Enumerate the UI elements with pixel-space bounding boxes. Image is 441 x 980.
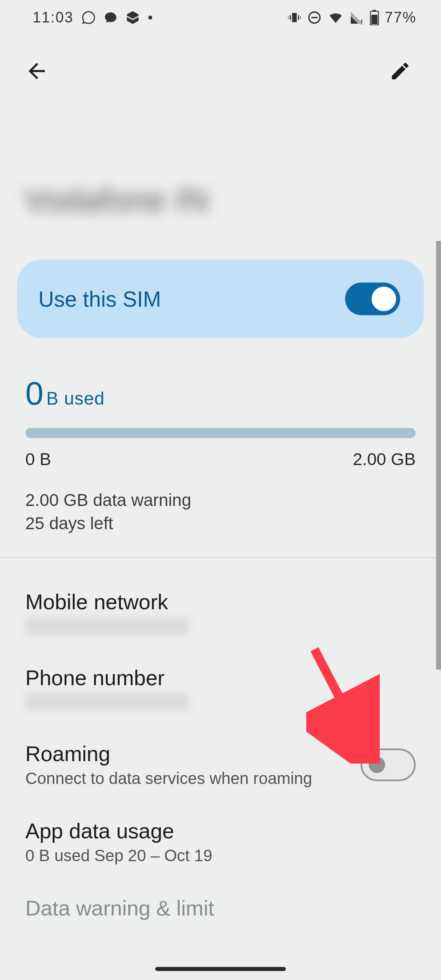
data-warning-text: 2.00 GB data warning <box>25 489 416 512</box>
mobile-network-row[interactable]: Mobile network <box>17 577 424 653</box>
vibrate-icon <box>287 11 301 24</box>
use-this-sim-toggle[interactable] <box>345 283 400 315</box>
arrow-left-icon <box>24 59 49 83</box>
svg-text:!: ! <box>361 18 364 25</box>
roaming-row[interactable]: Roaming Connect to data services when ro… <box>17 729 424 806</box>
whatsapp-icon <box>81 10 96 25</box>
chat-icon <box>104 11 118 24</box>
phone-number-title: Phone number <box>25 666 416 690</box>
use-this-sim-row[interactable]: Use this SIM <box>17 260 424 338</box>
status-bar-left: 11:03 <box>33 9 153 26</box>
battery-icon <box>370 10 379 25</box>
pencil-icon <box>389 60 411 82</box>
data-used: 0 B used <box>25 375 416 412</box>
data-usage-section[interactable]: 0 B used 0 B 2.00 GB 2.00 GB data warnin… <box>17 375 424 535</box>
svg-rect-5 <box>373 10 376 11</box>
use-this-sim-label: Use this SIM <box>38 287 161 312</box>
data-usage-labels: 0 B 2.00 GB <box>25 450 416 469</box>
app-data-usage-row[interactable]: App data usage 0 B used Sep 20 – Oct 19 <box>17 806 424 884</box>
box-icon <box>125 10 140 25</box>
svg-rect-6 <box>371 15 378 24</box>
toggle-knob <box>369 757 385 773</box>
days-left-text: 25 days left <box>25 512 416 535</box>
data-used-value: 0 <box>25 375 43 412</box>
back-button[interactable] <box>16 51 57 91</box>
mobile-network-sub <box>25 617 189 635</box>
toggle-knob <box>372 287 396 311</box>
roaming-toggle[interactable] <box>361 748 416 781</box>
signal-icon: ! <box>350 10 364 25</box>
dot-icon <box>148 15 153 20</box>
data-used-unit: B used <box>47 388 105 409</box>
app-data-usage-sub: 0 B used Sep 20 – Oct 19 <box>25 846 416 865</box>
status-bar: 11:03 ! 77% <box>0 0 441 34</box>
data-warning-limit-row[interactable]: Data warning & limit <box>17 884 424 942</box>
carrier-name: Vodafone IN <box>24 181 416 219</box>
data-min-label: 0 B <box>25 450 51 469</box>
divider <box>0 557 441 558</box>
status-bar-right: ! 77% <box>287 9 416 26</box>
edit-button[interactable] <box>380 51 421 91</box>
roaming-sub: Connect to data services when roaming <box>25 769 361 788</box>
nav-handle[interactable] <box>155 967 286 971</box>
data-max-label: 2.00 GB <box>353 450 416 469</box>
mobile-network-title: Mobile network <box>25 590 416 614</box>
app-data-usage-title: App data usage <box>25 819 416 843</box>
phone-number-sub <box>25 693 189 710</box>
dnd-icon <box>307 10 322 25</box>
scroll-indicator[interactable] <box>436 241 441 670</box>
data-warning-limit-title: Data warning & limit <box>25 896 416 920</box>
phone-number-row[interactable]: Phone number <box>17 653 424 729</box>
status-time: 11:03 <box>33 9 74 26</box>
app-bar <box>0 34 441 100</box>
battery-percentage: 77% <box>385 9 416 26</box>
wifi-icon <box>327 9 344 26</box>
svg-point-0 <box>148 16 152 20</box>
roaming-title: Roaming <box>25 742 361 766</box>
data-usage-bar <box>25 428 416 438</box>
